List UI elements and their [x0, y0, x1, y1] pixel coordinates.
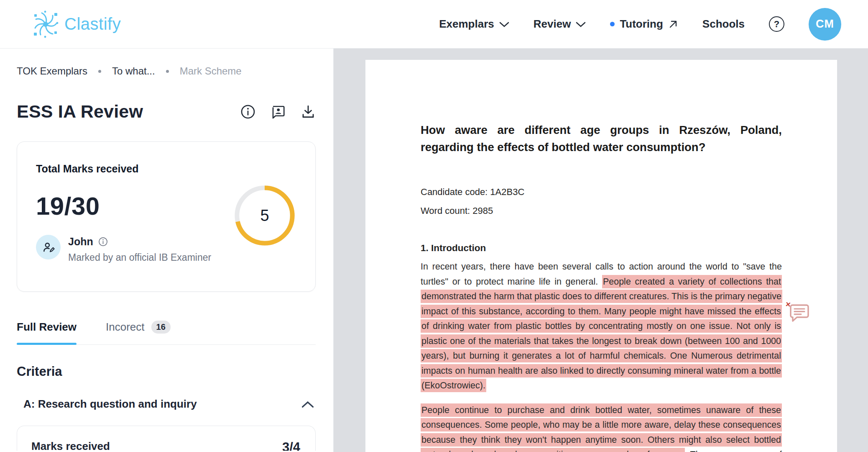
help-button[interactable]: ?	[769, 16, 784, 32]
nav-tutoring-label: Tutoring	[620, 18, 663, 31]
top-nav: Clastify Exemplars Review Tutoring Schoo…	[0, 0, 868, 49]
clastify-logo[interactable]: Clastify	[33, 10, 121, 38]
chevron-down-icon	[499, 22, 509, 28]
user-avatar[interactable]: CM	[809, 8, 841, 41]
examiner-name: John	[68, 236, 93, 248]
breadcrumb-mark-scheme: Mark Scheme	[180, 65, 242, 77]
review-tabs: Full Review Incorect 16	[17, 321, 316, 345]
info-icon	[240, 104, 255, 119]
examiner-avatar	[36, 235, 61, 259]
chevron-down-icon	[576, 22, 586, 28]
word-count: Word count: 2985	[421, 201, 782, 220]
tutoring-notification-dot	[610, 22, 615, 26]
info-button[interactable]	[240, 104, 255, 119]
question-mark-icon: ?	[774, 19, 779, 30]
criteria-heading: Criteria	[17, 364, 316, 379]
marks-received-label: Marks received	[31, 440, 110, 451]
download-button[interactable]	[301, 104, 316, 119]
page-title: ESS IA Review	[17, 101, 143, 122]
tab-incorect[interactable]: Incorect 16	[106, 321, 171, 344]
review-sidebar: TOK Exemplars To what... Mark Scheme ESS…	[0, 49, 334, 452]
tab-incorect-label: Incorect	[106, 321, 145, 334]
comment-marker[interactable]: ×	[789, 303, 810, 326]
download-icon	[301, 104, 316, 119]
breadcrumb-tok-exemplars[interactable]: TOK Exemplars	[17, 65, 87, 77]
nav-item-schools[interactable]: Schools	[702, 18, 745, 31]
nav-schools-label: Schools	[702, 18, 745, 31]
highlighted-text[interactable]: People continue to purchase and drink bo…	[421, 403, 782, 452]
examiner-note: Marked by an official IB Examiner	[68, 252, 211, 263]
examiner-edit-icon	[42, 241, 55, 254]
breadcrumb: TOK Exemplars To what... Mark Scheme	[17, 65, 316, 77]
criterion-a-title: A: Research question and inquiry	[23, 398, 197, 411]
total-marks-label: Total Marks received	[36, 163, 297, 175]
essay-page: How aware are different age groups in Rz…	[365, 60, 837, 452]
logo-text: Clastify	[64, 15, 121, 33]
marks-received-value: 3/4	[282, 440, 300, 451]
nav-item-tutoring[interactable]: Tutoring	[610, 18, 678, 31]
essay-paragraph-1: In recent years, there have been several…	[421, 259, 782, 393]
nav-item-review[interactable]: Review	[534, 18, 586, 31]
criterion-a-accordion[interactable]: A: Research question and inquiry	[17, 398, 316, 411]
breadcrumb-essay[interactable]: To what...	[112, 65, 155, 77]
section-heading: 1. Introduction	[421, 243, 782, 254]
examiner-info-icon[interactable]	[98, 237, 108, 247]
external-link-arrow-icon	[668, 19, 678, 29]
essay-paragraph-2: People continue to purchase and drink bo…	[421, 403, 782, 452]
highlighted-text[interactable]: People created a variety of collections …	[421, 275, 782, 393]
clastify-logo-icon	[33, 10, 59, 38]
tab-full-review-label: Full Review	[17, 321, 77, 334]
chevron-up-icon	[301, 401, 314, 408]
predicted-grade-donut: 5	[232, 182, 298, 249]
nav-exemplars-label: Exemplars	[439, 18, 494, 31]
incorect-count-badge: 16	[151, 321, 171, 334]
breadcrumb-separator-dot	[98, 70, 101, 73]
comment-bubble-icon	[789, 303, 810, 324]
feedback-bubble-icon	[271, 104, 286, 119]
tab-full-review[interactable]: Full Review	[17, 321, 77, 344]
examiner-feedback-button[interactable]	[271, 104, 286, 119]
criterion-a-marks-card: Marks received 3/4	[17, 426, 316, 451]
predicted-grade-value: 5	[232, 182, 298, 249]
essay-title: How aware are different age groups in Rz…	[421, 121, 782, 156]
breadcrumb-separator-dot	[166, 70, 169, 73]
total-marks-card: Total Marks received 19/30 John	[17, 141, 316, 292]
document-viewer: How aware are different age groups in Rz…	[334, 49, 868, 452]
candidate-code: Candidate code: 1A2B3C	[421, 182, 782, 201]
nav-item-exemplars[interactable]: Exemplars	[439, 18, 509, 31]
nav-review-label: Review	[534, 18, 571, 31]
